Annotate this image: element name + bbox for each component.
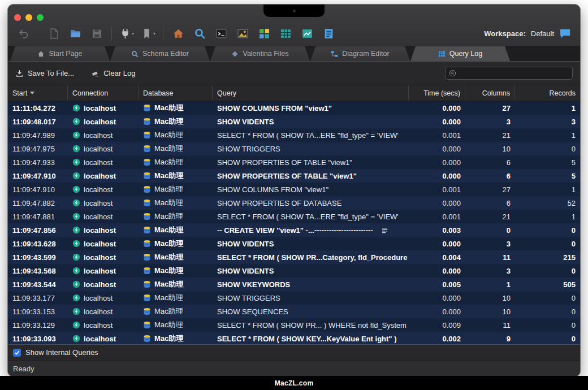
feedback-chat-icon[interactable]: [559, 28, 571, 39]
table-row[interactable]: 11:09:33.153localhostMac助理SHOW SEQUENCES…: [8, 305, 580, 318]
dropdown-caret-icon: ▾: [153, 31, 155, 36]
table-row[interactable]: 11:09:47.882localhostMac助理SHOW PROPERTIE…: [8, 196, 580, 210]
tab-start-page[interactable]: Start Page: [10, 46, 110, 61]
tab-bar: Start Page Schema Editor Valentina Files…: [8, 46, 580, 62]
column-header-start[interactable]: Start: [8, 85, 68, 101]
tab-schema-editor[interactable]: Schema Editor: [110, 46, 210, 61]
table-row[interactable]: 11:09:47.881localhostMac助理SELECT * FROM …: [8, 210, 580, 223]
cell-time: 0.000: [409, 237, 465, 250]
zoom-button[interactable]: [37, 14, 44, 21]
open-folder-icon[interactable]: [64, 25, 86, 42]
new-document-icon[interactable]: [43, 25, 64, 42]
save-icon[interactable]: [86, 25, 107, 42]
color-palette-icon[interactable]: [253, 25, 275, 42]
cell-query: SHOW TRIGGERS: [213, 142, 409, 155]
table-row[interactable]: 11:09:43.544localhostMac助理SHOW VKEYWORDS…: [8, 278, 580, 291]
schema-search-icon[interactable]: [189, 25, 210, 42]
cell-records: 1: [515, 128, 580, 142]
minimize-button[interactable]: [25, 14, 32, 21]
image-report-icon[interactable]: [232, 25, 253, 42]
connection-icon: [72, 267, 80, 275]
connection-icon: [72, 213, 80, 220]
cell-columns: 27: [465, 183, 515, 196]
cell-start: 11:09:33.177: [8, 291, 68, 305]
table-row[interactable]: 11:09:47.910localhostMac助理SHOW PROPERTIE…: [8, 169, 580, 183]
cell-start: 11:09:48.017: [8, 115, 68, 128]
cell-records: 1: [515, 210, 580, 223]
tab-query-log[interactable]: Query Log: [410, 46, 510, 61]
table-row[interactable]: 11:09:33.177localhostMac助理SHOW TRIGGERS0…: [8, 291, 580, 305]
column-header-connection[interactable]: Connection: [68, 85, 139, 101]
table-row[interactable]: 11:09:43.628localhostMac助理SHOW VIDENTS0.…: [8, 237, 580, 250]
column-header-database[interactable]: Database: [139, 85, 213, 101]
search-icon: [449, 70, 456, 77]
cell-database: Mac助理: [139, 115, 213, 128]
close-button[interactable]: [14, 14, 21, 21]
table-row[interactable]: 11:09:47.910localhostMac助理SHOW COLUMNS F…: [8, 183, 580, 196]
home-icon[interactable]: [167, 25, 189, 42]
cell-time: 0.000: [409, 169, 465, 183]
tab-valentina-files[interactable]: Valentina Files: [210, 46, 310, 61]
cell-query: SELECT * FROM ( SHOW TA...ERE "fld_type"…: [213, 128, 409, 142]
connection-icon: [72, 172, 80, 180]
cell-time: 0.000: [409, 196, 465, 210]
cell-time: 0.002: [409, 332, 465, 344]
cell-query: -- CREATE VIEW "view1" -...-------------…: [213, 223, 409, 237]
table-row[interactable]: 11:09:47.856localhostMac助理-- CREATE VIEW…: [8, 223, 580, 237]
workspace-value[interactable]: Default: [531, 29, 554, 38]
toolbar-separator: [163, 27, 163, 40]
table-row[interactable]: 11:11:04.272localhostMac助理SHOW COLUMNS F…: [8, 101, 580, 115]
cell-connection: localhost: [68, 142, 139, 155]
cell-query: SHOW PROPERTIES OF TABLE "view1": [213, 169, 409, 183]
clear-log-button[interactable]: Clear Log: [91, 69, 135, 77]
magnifier-gear-icon: [131, 50, 139, 58]
log-search-input[interactable]: [460, 70, 569, 77]
undo-icon[interactable]: [12, 25, 34, 42]
cell-time: 0.005: [409, 278, 465, 291]
report-document-icon[interactable]: [318, 25, 339, 42]
data-grid-icon[interactable]: [275, 25, 296, 42]
column-header-query[interactable]: Query: [213, 85, 409, 101]
cell-time: 0.001: [409, 183, 465, 196]
main-toolbar: ▾ ▾ Workspace: Default: [12, 24, 571, 43]
cell-query: SHOW VIDENTS: [213, 237, 409, 250]
table-row[interactable]: 11:09:43.568localhostMac助理SHOW VIDENTS0.…: [8, 264, 580, 278]
table-row[interactable]: 11:09:43.599localhostMac助理SELECT * FROM …: [8, 250, 580, 264]
sort-descending-icon: [30, 92, 34, 97]
table-row[interactable]: 11:09:33.129localhostMac助理SELECT * FROM …: [8, 318, 580, 332]
column-header-records[interactable]: Records: [515, 85, 580, 101]
cell-connection: localhost: [68, 278, 139, 291]
traffic-lights: [14, 14, 44, 21]
tab-diagram-editor[interactable]: Diagram Editor: [310, 46, 410, 61]
table-row[interactable]: 11:09:47.989localhostMac助理SELECT * FROM …: [8, 128, 580, 142]
cell-records: 0: [515, 332, 580, 344]
cell-columns: 11: [465, 318, 515, 332]
database-icon: [143, 185, 151, 193]
database-icon: [143, 172, 151, 180]
show-internal-queries-checkbox[interactable]: [13, 349, 21, 357]
column-header-columns[interactable]: Columns: [465, 85, 515, 101]
connection-plug-icon[interactable]: ▾: [116, 25, 137, 42]
cell-connection: localhost: [68, 223, 139, 237]
table-row[interactable]: 11:09:48.017localhostMac助理SHOW VIDENTS0.…: [8, 115, 580, 128]
chart-icon[interactable]: [296, 25, 318, 42]
connection-icon: [72, 199, 80, 207]
column-header-time[interactable]: Time (secs): [409, 85, 465, 101]
cell-time: 0.000: [409, 264, 465, 278]
sql-terminal-icon[interactable]: [210, 25, 232, 42]
bookmark-icon[interactable]: ▾: [137, 25, 159, 42]
search-box[interactable]: [445, 67, 573, 80]
home-icon: [37, 50, 45, 58]
tab-label: Query Log: [449, 50, 482, 58]
table-row[interactable]: 11:09:47.933localhostMac助理SHOW PROPERTIE…: [8, 155, 580, 169]
cell-columns: 21: [465, 128, 515, 142]
cell-start: 11:09:43.628: [8, 237, 68, 250]
cell-records: 5: [515, 155, 580, 169]
table-row[interactable]: 11:09:47.975localhostMac助理SHOW TRIGGERS0…: [8, 142, 580, 155]
cell-connection: localhost: [68, 237, 139, 250]
cell-query: SELECT * FROM ( SHOW PR... ) WHERE not f…: [213, 318, 409, 332]
table-row[interactable]: 11:09:33.093localhostMac助理SELECT * FROM …: [8, 332, 580, 344]
cell-columns: 1: [465, 278, 515, 291]
database-icon: [143, 145, 151, 153]
save-to-file-button[interactable]: Save To File...: [15, 69, 74, 77]
